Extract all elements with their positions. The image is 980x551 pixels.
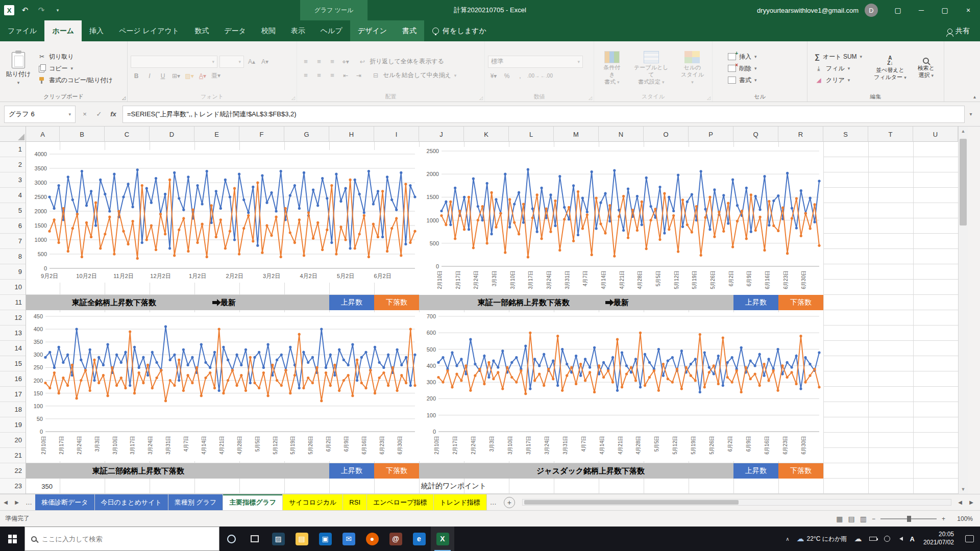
column-header-A[interactable]: A bbox=[26, 127, 60, 142]
sheet-grid[interactable]: 050010001500200025003000350040009月2日10月2… bbox=[26, 142, 958, 494]
styles-dialog-launcher[interactable]: ◿ bbox=[707, 95, 710, 101]
column-header-P[interactable]: P bbox=[689, 127, 733, 142]
redo-button[interactable]: ↷ bbox=[34, 3, 49, 17]
row-header-22[interactable]: 22 bbox=[0, 463, 26, 479]
number-format-select[interactable]: 標準▾ bbox=[488, 56, 583, 68]
sheet-tab-エンベロープ指標[interactable]: エンベロープ指標 bbox=[367, 494, 434, 510]
share-button[interactable]: 共有 bbox=[947, 20, 970, 41]
conditional-formatting-button[interactable]: 条件付き書式 ▾ bbox=[597, 51, 627, 85]
taskbar-app-store[interactable]: ▣ bbox=[313, 527, 337, 551]
merge-center-button[interactable]: ⊟セルを結合して中央揃え▾ bbox=[372, 71, 456, 80]
comma-button[interactable]: , bbox=[514, 70, 526, 82]
column-header-U[interactable]: U bbox=[913, 127, 958, 142]
new-sheet-button[interactable]: + bbox=[504, 497, 515, 508]
percent-button[interactable]: % bbox=[501, 70, 512, 82]
borders-button[interactable]: ⊞▾ bbox=[170, 70, 182, 82]
ribbon-tab-ファイル[interactable]: ファイル bbox=[0, 20, 44, 41]
sheet-tab-主要指標グラフ[interactable]: 主要指標グラフ bbox=[223, 494, 283, 510]
row-header-3[interactable]: 3 bbox=[0, 172, 26, 188]
column-header-C[interactable]: C bbox=[105, 127, 150, 142]
search-input[interactable] bbox=[42, 535, 195, 543]
wrap-text-button[interactable]: ↩折り返して全体を表示する bbox=[358, 57, 444, 66]
taskbar-app-excel[interactable]: X bbox=[431, 527, 454, 551]
increase-decimal-button[interactable]: .00→ bbox=[528, 70, 539, 82]
align-top-button[interactable]: ≡ bbox=[300, 56, 311, 67]
alignment-dialog-launcher[interactable]: ◿ bbox=[479, 95, 483, 101]
delete-cells-button[interactable]: 削除▾ bbox=[728, 64, 757, 73]
phonetic-button[interactable]: 亜▾ bbox=[210, 70, 222, 82]
ribbon-tab-校閲[interactable]: 校閲 bbox=[254, 20, 283, 41]
ribbon-tab-数式[interactable]: 数式 bbox=[187, 20, 216, 41]
formula-input[interactable]: =SERIES("上昇率数",,トレンド統計関連!$AL$3:$FB$3,2) bbox=[122, 106, 965, 123]
name-box[interactable]: グラフ 6 ▾ bbox=[4, 106, 76, 123]
column-header-O[interactable]: O bbox=[644, 127, 689, 142]
zoom-slider[interactable] bbox=[880, 518, 937, 519]
hscroll-right-icon[interactable]: ▶ bbox=[966, 499, 977, 505]
column-header-N[interactable]: N bbox=[599, 127, 644, 142]
chart-jasdaq[interactable]: 01002003004005006007002月10日2月17日2月24日3月3… bbox=[419, 312, 823, 461]
collapse-ribbon-button[interactable]: ▴ bbox=[973, 94, 976, 99]
ribbon-tab-ヘルプ[interactable]: ヘルプ bbox=[313, 20, 350, 41]
column-header-L[interactable]: L bbox=[509, 127, 554, 142]
increase-font-button[interactable]: A▴ bbox=[246, 56, 257, 67]
clear-button[interactable]: ◢クリア▾ bbox=[815, 76, 862, 85]
row-header-18[interactable]: 18 bbox=[0, 402, 26, 417]
row-header-21[interactable]: 21 bbox=[0, 448, 26, 463]
row-header-8[interactable]: 8 bbox=[0, 249, 26, 264]
font-name-select[interactable]: ▾ bbox=[131, 56, 217, 68]
ribbon-tab-デザイン[interactable]: デザイン bbox=[350, 20, 395, 41]
column-header-I[interactable]: I bbox=[374, 127, 419, 142]
autosum-button[interactable]: ∑オート SUM▾ bbox=[815, 53, 862, 61]
align-right-button[interactable]: ≡ bbox=[327, 70, 338, 81]
row-header-23[interactable]: 23 bbox=[0, 479, 26, 494]
account-email[interactable]: dryyourtearswithlove1@gmail.com bbox=[757, 7, 859, 14]
underline-button[interactable]: U bbox=[157, 70, 168, 82]
cut-button[interactable]: ✂切り取り bbox=[38, 53, 113, 61]
row-header-11[interactable]: 11 bbox=[0, 295, 26, 310]
column-header-F[interactable]: F bbox=[239, 127, 284, 142]
sheet-tab-今日のまとめサイト[interactable]: 今日のまとめサイト bbox=[95, 494, 168, 510]
sort-filter-button[interactable]: AZ↓ 並べ替えとフィルター ▾ bbox=[869, 56, 911, 81]
row-header-12[interactable]: 12 bbox=[0, 310, 26, 325]
zoom-in-button[interactable]: + bbox=[942, 515, 945, 522]
row-header-17[interactable]: 17 bbox=[0, 387, 26, 402]
scroll-down-icon[interactable]: ▼ bbox=[959, 485, 968, 494]
row-header-6[interactable]: 6 bbox=[0, 218, 26, 234]
sheet-tab-サイコロジカル[interactable]: サイコロジカル bbox=[283, 494, 343, 510]
currency-button[interactable]: ¥▾ bbox=[488, 70, 499, 82]
copy-button[interactable]: コピー▾ bbox=[38, 64, 113, 73]
chart-tosho-first-section[interactable]: 050010001500200025002月10日2月17日2月24日3月3日3… bbox=[419, 147, 823, 296]
row-header-19[interactable]: 19 bbox=[0, 417, 26, 433]
horizontal-scroll-thumb[interactable] bbox=[524, 500, 739, 505]
horizontal-scrollbar[interactable] bbox=[522, 499, 951, 506]
cortana-button[interactable] bbox=[219, 527, 243, 551]
ribbon-tab-書式[interactable]: 書式 bbox=[395, 20, 424, 41]
taskbar-search-box[interactable] bbox=[24, 527, 219, 551]
onedrive-icon[interactable]: ☁ bbox=[851, 527, 866, 551]
increase-indent-button[interactable]: ⇥ bbox=[353, 70, 364, 81]
taskbar-app-mail-alt[interactable]: @ bbox=[384, 527, 407, 551]
zoom-level[interactable]: 100% bbox=[950, 515, 973, 522]
column-header-R[interactable]: R bbox=[778, 127, 823, 142]
row-header-5[interactable]: 5 bbox=[0, 203, 26, 218]
column-header-H[interactable]: H bbox=[329, 127, 374, 142]
taskbar-app-photos[interactable]: ▨ bbox=[266, 527, 290, 551]
row-header-10[interactable]: 10 bbox=[0, 280, 26, 295]
volume-icon[interactable] bbox=[894, 527, 906, 551]
orientation-button[interactable]: ⋄▾ bbox=[340, 56, 351, 67]
format-cells-button[interactable]: 書式▾ bbox=[728, 76, 757, 85]
action-center-button[interactable] bbox=[965, 535, 974, 542]
row-header-4[interactable]: 4 bbox=[0, 188, 26, 203]
scroll-up-icon[interactable]: ▲ bbox=[959, 127, 968, 136]
ime-indicator[interactable]: A bbox=[906, 527, 918, 551]
row-header-2[interactable]: 2 bbox=[0, 157, 26, 172]
column-header-K[interactable]: K bbox=[464, 127, 509, 142]
fill-button[interactable]: ⤓フィル▾ bbox=[815, 64, 862, 73]
bold-button[interactable]: B bbox=[131, 70, 142, 82]
insert-cells-button[interactable]: 挿入▾ bbox=[728, 53, 757, 61]
enter-formula-button[interactable]: ✓ bbox=[92, 106, 106, 123]
sheet-nav-prev-button[interactable]: ◀ bbox=[0, 499, 11, 505]
cancel-formula-button[interactable]: × bbox=[78, 106, 92, 123]
zoom-out-button[interactable]: − bbox=[872, 515, 875, 522]
sheet-tab-株価診断データ[interactable]: 株価診断データ bbox=[35, 494, 95, 510]
